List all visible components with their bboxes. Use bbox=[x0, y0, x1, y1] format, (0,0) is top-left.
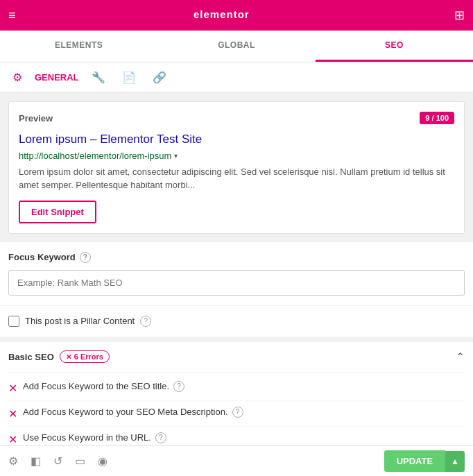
error-help-icon-0[interactable]: ? bbox=[173, 381, 184, 392]
preview-header: Preview 9 / 100 bbox=[19, 112, 454, 124]
error-item-0: ✕ Add Focus Keyword to the SEO title. ? bbox=[8, 375, 465, 401]
collapse-icon[interactable]: ⌃ bbox=[456, 350, 465, 364]
update-button[interactable]: UPDATE bbox=[384, 450, 445, 472]
svg-text:elementor: elementor bbox=[194, 8, 250, 20]
error-text-0: Add Focus Keyword to the SEO title. ? bbox=[23, 381, 465, 392]
preview-url[interactable]: http://localhost/elementor/lorem-ipsum ▾ bbox=[19, 151, 454, 161]
preview-card: Preview 9 / 100 Lorem ipsum – Elementor … bbox=[8, 101, 465, 234]
edit-snippet-button[interactable]: Edit Snippet bbox=[19, 201, 96, 223]
error-text-1: Add Focus Keyword to your SEO Meta Descr… bbox=[23, 407, 465, 418]
preview-label: Preview bbox=[19, 113, 53, 124]
tab-elements[interactable]: ELEMENTS bbox=[0, 31, 157, 62]
score-badge: 9 / 100 bbox=[420, 112, 454, 124]
preview-description: Lorem ipsum dolor sit amet, consectetur … bbox=[19, 165, 454, 192]
focus-keyword-input[interactable] bbox=[8, 270, 465, 296]
error-x-icon-1: ✕ bbox=[8, 407, 17, 420]
responsive-icon[interactable]: ▭ bbox=[75, 454, 85, 468]
pillar-label: This post is a Pillar Content bbox=[25, 316, 135, 326]
tab-global[interactable]: GLOBAL bbox=[157, 31, 315, 62]
bottom-toolbar: ⚙ ◧ ↺ ▭ ◉ UPDATE ▲ bbox=[0, 445, 473, 476]
bottom-icons: ⚙ ◧ ↺ ▭ ◉ bbox=[8, 454, 108, 468]
errors-badge: ✕ 6 Errors bbox=[60, 350, 110, 363]
focus-keyword-help-icon[interactable]: ? bbox=[80, 252, 91, 263]
pillar-checkbox[interactable] bbox=[8, 316, 19, 327]
error-help-icon-2[interactable]: ? bbox=[155, 432, 166, 443]
tab-seo[interactable]: SEO bbox=[316, 31, 473, 62]
error-x-icon-0: ✕ bbox=[8, 382, 17, 395]
history-icon[interactable]: ↺ bbox=[53, 454, 62, 468]
view-icon[interactable]: ◉ bbox=[98, 454, 108, 468]
focus-keyword-section: Focus Keyword ? bbox=[0, 242, 473, 305]
error-help-icon-1[interactable]: ? bbox=[232, 407, 243, 418]
error-x-icon-2: ✕ bbox=[8, 433, 17, 446]
share-icon[interactable]: 🔗 bbox=[148, 68, 171, 87]
update-arrow-button[interactable]: ▲ bbox=[445, 451, 465, 472]
settings-icon[interactable]: ⚙ bbox=[8, 454, 18, 468]
basic-seo-title: Basic SEO bbox=[8, 352, 54, 362]
header: ≡ elementor ⊞ bbox=[0, 0, 473, 31]
wrench-icon[interactable]: 🔧 bbox=[87, 68, 110, 87]
settings-cog-icon[interactable]: ⚙ bbox=[8, 68, 26, 87]
error-text-2: Use Focus Keyword in the URL. ? bbox=[23, 432, 465, 443]
tabs-row: ELEMENTS GLOBAL SEO bbox=[0, 31, 473, 62]
page-icon[interactable]: 📄 bbox=[118, 68, 140, 87]
app-logo: elementor bbox=[194, 6, 277, 25]
grid-icon[interactable]: ⊞ bbox=[454, 8, 465, 23]
errors-x-icon: ✕ bbox=[66, 353, 71, 361]
menu-icon[interactable]: ≡ bbox=[8, 8, 16, 23]
update-btn-group: UPDATE ▲ bbox=[384, 450, 465, 472]
pillar-help-icon[interactable]: ? bbox=[140, 316, 151, 327]
preview-title: Lorem ipsum – Elementor Test Site bbox=[19, 131, 454, 148]
focus-keyword-label: Focus Keyword ? bbox=[8, 252, 465, 263]
layers-icon[interactable]: ◧ bbox=[31, 454, 41, 468]
basic-seo-header[interactable]: Basic SEO ✕ 6 Errors ⌃ bbox=[8, 342, 465, 373]
basic-seo-left: Basic SEO ✕ 6 Errors bbox=[8, 350, 110, 363]
general-label: GENERAL bbox=[35, 72, 79, 83]
main-content: Preview 9 / 100 Lorem ipsum – Elementor … bbox=[0, 93, 473, 476]
toolbar: ⚙ GENERAL 🔧 📄 🔗 bbox=[0, 62, 473, 93]
errors-count: 6 Errors bbox=[74, 352, 103, 361]
url-dropdown-icon[interactable]: ▾ bbox=[174, 152, 178, 160]
pillar-row: This post is a Pillar Content ? bbox=[0, 305, 473, 337]
error-item-1: ✕ Add Focus Keyword to your SEO Meta Des… bbox=[8, 401, 465, 427]
